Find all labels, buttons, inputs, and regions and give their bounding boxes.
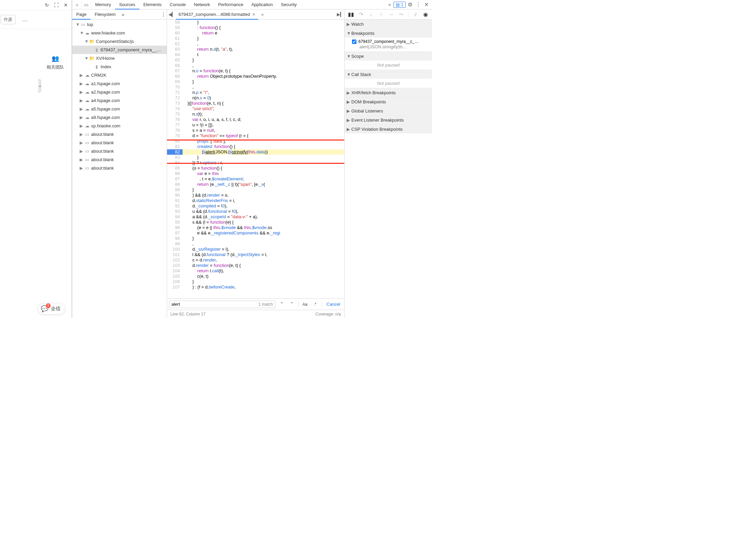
code-line[interactable]: 75 n.r(t); bbox=[167, 111, 344, 117]
code-line[interactable]: 64 t bbox=[167, 52, 344, 57]
search-cancel-button[interactable]: Cancel bbox=[325, 302, 342, 307]
code-line[interactable]: 107 ) : (f = d.beforeCreate, bbox=[167, 284, 344, 290]
editor-history-back-icon[interactable]: ◀▎ bbox=[168, 12, 174, 17]
tree-item[interactable]: ▶▭about:blank bbox=[72, 155, 167, 164]
pause-exceptions-icon[interactable]: ◉ bbox=[422, 11, 429, 18]
pause-icon[interactable]: ▮▮ bbox=[347, 11, 355, 18]
code-line[interactable]: 89 } bbox=[167, 187, 344, 193]
tree-item[interactable]: ▶☁a9.fspage.com bbox=[72, 113, 167, 122]
code-line[interactable]: 99 , bbox=[167, 241, 344, 247]
navtab-filesystem[interactable]: Filesystem bbox=[90, 9, 119, 19]
code-line[interactable]: 88 return (e._self._c || t)("span", [e._… bbox=[167, 182, 344, 187]
code-line[interactable]: 83 } bbox=[167, 155, 344, 160]
step-into-icon[interactable]: ↓ bbox=[367, 11, 375, 18]
editor-tab-overflow-icon[interactable]: » bbox=[260, 12, 266, 17]
editor-tab[interactable]: 679437_componen…4086:formatted ✕ bbox=[176, 9, 258, 19]
section-callstack[interactable]: ▼Call Stack bbox=[345, 70, 432, 79]
drawer-handle[interactable]: ◂ bbox=[38, 79, 41, 93]
code-line[interactable]: 59 : function() { bbox=[167, 25, 344, 30]
tree-item[interactable]: ▮679437_component_rnyra__… bbox=[72, 46, 167, 54]
search-regex-toggle[interactable]: .* bbox=[312, 302, 319, 307]
devtools-tab-application[interactable]: Application bbox=[247, 0, 277, 9]
code-line[interactable]: 87 , t = e.$createElement; bbox=[167, 176, 344, 182]
code-line[interactable]: 71 n.p = "/", bbox=[167, 90, 344, 95]
code-line[interactable]: 63 return n.d(t, "a", t), bbox=[167, 47, 344, 52]
search-input[interactable]: alert 1 match bbox=[169, 301, 275, 308]
code-line[interactable]: 93 u && (d.functional = !0), bbox=[167, 209, 344, 214]
code-line[interactable]: 81 created: function() { bbox=[167, 144, 344, 149]
step-over-icon[interactable]: ↷ bbox=[357, 11, 365, 18]
code-line[interactable]: 66 , bbox=[167, 63, 344, 68]
devtools-tab-sources[interactable]: Sources bbox=[115, 0, 139, 9]
code-line[interactable]: 69 } bbox=[167, 79, 344, 84]
breakpoint-item[interactable]: 679437_component_rnyra__c_… bbox=[352, 39, 430, 44]
devtools-tab-network[interactable]: Network bbox=[190, 0, 214, 9]
section-watch[interactable]: ▶Watch bbox=[345, 20, 432, 28]
section-global[interactable]: ▶Global Listeners bbox=[345, 106, 432, 115]
tree-item[interactable]: ▼📁XV/Home bbox=[72, 54, 167, 62]
search-prev-icon[interactable]: ˄ bbox=[278, 301, 286, 308]
code-line[interactable]: 80 props: ["data"], bbox=[167, 138, 344, 144]
tree-item[interactable]: ▶☁a1.fspage.com bbox=[72, 79, 167, 88]
code-line[interactable]: 62 , bbox=[167, 41, 344, 47]
tree-item[interactable]: ▶▭about:blank bbox=[72, 138, 167, 147]
deactivate-breakpoints-icon[interactable]: ⤳ bbox=[398, 11, 405, 18]
section-xhr[interactable]: ▶XHR/fetch Breakpoints bbox=[345, 88, 432, 97]
section-dom[interactable]: ▶DOM Breakpoints bbox=[345, 97, 432, 106]
code-line[interactable]: 98 } bbox=[167, 236, 344, 241]
code-line[interactable]: 91 d.staticRenderFns = i, bbox=[167, 198, 344, 203]
code-line[interactable]: 85 (o = function() { bbox=[167, 166, 344, 171]
code-line[interactable]: 78 s = a = null, bbox=[167, 128, 344, 133]
code-line[interactable]: 106 } bbox=[167, 279, 344, 284]
code-line[interactable]: 82 ▷alert(JSON.▷stringify(this.data)) bbox=[167, 149, 344, 155]
code-line[interactable]: 73 }([function(e, t, n) { bbox=[167, 101, 344, 106]
navtab-page[interactable]: Page bbox=[72, 9, 90, 19]
devtools-tab-console[interactable]: Console bbox=[166, 0, 190, 9]
code-line[interactable]: 95 s && (l = function(e) { bbox=[167, 220, 344, 225]
code-line[interactable]: 74 "use strict"; bbox=[167, 106, 344, 111]
devtools-close-icon[interactable]: ✕ bbox=[423, 1, 430, 8]
messages-chip[interactable]: ▤1 bbox=[394, 2, 406, 8]
tree-item[interactable]: ▶☁a4.fspage.com bbox=[72, 96, 167, 105]
code-line[interactable]: 97 e && e._registeredComponents && e._re… bbox=[167, 230, 344, 236]
tree-item[interactable]: ▶▭about:blank bbox=[72, 164, 167, 172]
code-line[interactable]: 103 d.render = function(e, t) { bbox=[167, 263, 344, 268]
chat-chip[interactable]: 💬 8 企信 bbox=[38, 303, 65, 314]
search-next-icon[interactable]: ˅ bbox=[288, 301, 296, 308]
code-line[interactable]: 94 a && (d._scopeId = "data-v-" + a), bbox=[167, 214, 344, 220]
code-line[interactable]: 72 n(n.s = 0) bbox=[167, 95, 344, 101]
tree-item[interactable]: ▶▭about:blank bbox=[72, 130, 167, 138]
section-scope[interactable]: ▼Scope bbox=[345, 52, 432, 60]
code-line[interactable]: 96 (e = e || this.$vnode && this.$vnode.… bbox=[167, 225, 344, 230]
code-line[interactable]: 84 }) ? r.options : r, bbox=[167, 160, 344, 166]
tree-item[interactable]: ▶☁a2.fspage.com bbox=[72, 88, 167, 96]
expand-icon[interactable]: ⛶ bbox=[53, 2, 59, 8]
section-csp[interactable]: ▶CSP Violation Breakpoints bbox=[345, 125, 432, 133]
tab-overflow-icon[interactable]: » bbox=[385, 2, 394, 7]
code-line[interactable]: 90 ) && (d.render = o, bbox=[167, 193, 344, 198]
inspect-element-icon[interactable]: ⟐ bbox=[72, 0, 82, 9]
code-line[interactable]: 70 , bbox=[167, 84, 344, 90]
editor-run-snippet-icon[interactable]: ▶▎ bbox=[337, 12, 343, 17]
tree-item[interactable]: ▼☁www.fxiaoke.com bbox=[72, 29, 167, 37]
breakpoint-checkbox[interactable] bbox=[352, 40, 356, 44]
code-line[interactable]: 61 } bbox=[167, 36, 344, 41]
devtools-tab-memory[interactable]: Memory bbox=[91, 0, 115, 9]
code-line[interactable]: 92 d._compiled = !0), bbox=[167, 203, 344, 209]
code-line[interactable]: 58 } bbox=[167, 20, 344, 25]
section-breakpoints[interactable]: ▼Breakpoints bbox=[345, 29, 432, 37]
tree-item[interactable]: ▶☁a5.fspage.com bbox=[72, 105, 167, 113]
code-line[interactable]: 68 return Object.prototype.hasOwnPropert… bbox=[167, 74, 344, 79]
code-line[interactable]: 102 c = d.render, bbox=[167, 257, 344, 263]
reload-icon[interactable]: ↻ bbox=[44, 2, 50, 8]
tree-item[interactable]: ▶▭about:blank bbox=[72, 147, 167, 155]
navtab-overflow-icon[interactable]: » bbox=[120, 11, 127, 17]
devtools-tab-elements[interactable]: Elements bbox=[139, 0, 166, 9]
code-line[interactable]: 67 n.o = function(e, t) { bbox=[167, 68, 344, 74]
discard-button[interactable]: 作废 bbox=[1, 15, 16, 24]
tree-item[interactable]: ▮Index bbox=[72, 62, 167, 71]
code-line[interactable]: 76 var r, o, i, u, a, s, f, l, c, d; bbox=[167, 117, 344, 122]
devtools-tab-security[interactable]: Security bbox=[277, 0, 301, 9]
navigator-more-icon[interactable]: ⋮ bbox=[160, 11, 167, 18]
section-event[interactable]: ▶Event Listener Breakpoints bbox=[345, 116, 432, 124]
